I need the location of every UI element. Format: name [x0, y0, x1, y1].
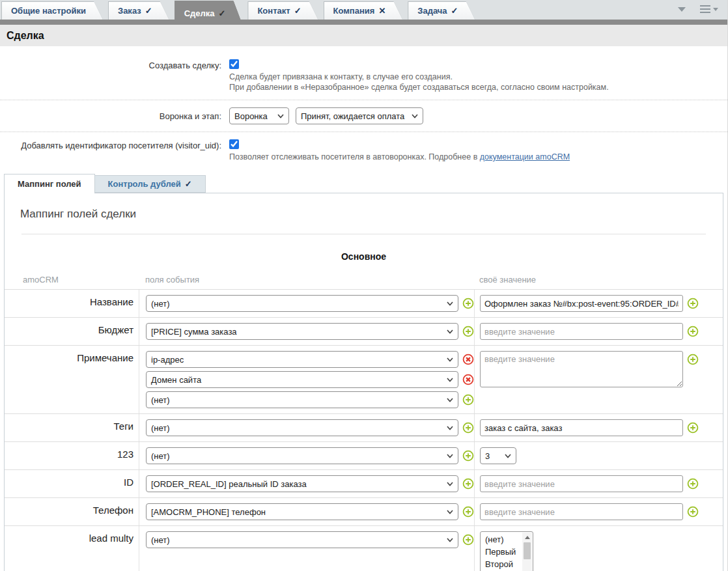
row-label: Телефон [5, 498, 139, 525]
amocrm-docs-link[interactable]: документации amoCRM [480, 152, 570, 161]
visitor-uid-help-text: Позволяет отслеживать посетителя в автов… [229, 152, 480, 161]
tab-order[interactable]: Заказ✓ [108, 1, 169, 20]
add-icon[interactable] [462, 298, 474, 309]
add-icon[interactable] [687, 422, 699, 434]
top-tab-bar: Общие настройки Заказ✓ Сделка✓ Контакт✓ … [0, 0, 727, 20]
chevron-down-icon [713, 8, 718, 11]
table-row-lead-multy: lead multy (нет) (нет) Первый Второй [5, 525, 723, 571]
add-icon[interactable] [462, 326, 474, 337]
note-event-select-3[interactable]: (нет) [146, 391, 458, 408]
menu-bars-icon [700, 5, 710, 13]
remove-icon[interactable] [462, 354, 474, 365]
row-label: Теги [5, 414, 139, 441]
field123-value-select[interactable]: 3 [480, 447, 516, 464]
title-event-select[interactable]: (нет) [146, 295, 458, 312]
tab-label: Заказ [118, 6, 141, 16]
settings-window: Общие настройки Заказ✓ Сделка✓ Контакт✓ … [0, 0, 728, 571]
scroll-up-icon[interactable] [522, 533, 532, 542]
lead-multy-event-select[interactable]: (нет) [146, 531, 458, 548]
field-mapping-panel: Маппинг полей сделки Основное amoCRM пол… [4, 193, 723, 571]
add-icon[interactable] [462, 450, 474, 462]
page-title: Сделка [7, 30, 44, 42]
lead-multy-value-listbox[interactable]: (нет) Первый Второй Третий [480, 531, 533, 571]
tab-contact[interactable]: Контакт✓ [247, 1, 318, 20]
mapping-tab-bar: Маппинг полей Контроль дублей ✓ [4, 174, 727, 193]
visitor-uid-checkbox[interactable] [229, 139, 239, 149]
visitor-uid-row: Добавлять идентификатор посетителя (visi… [0, 139, 727, 162]
check-icon: ✓ [451, 6, 458, 16]
tab-label: Компания [333, 6, 375, 16]
tab-general-settings[interactable]: Общие настройки [1, 1, 103, 20]
tab-label: Сделка [184, 8, 215, 18]
funnel-select[interactable]: Воронка [229, 107, 289, 124]
tab-field-mapping[interactable]: Маппинг полей [4, 174, 95, 193]
add-icon[interactable] [687, 326, 699, 337]
stage-select[interactable]: Принят, ожидается оплата [296, 107, 423, 124]
add-icon[interactable] [462, 394, 474, 406]
chevron-down-icon[interactable] [678, 7, 686, 12]
field123-event-select[interactable]: (нет) [146, 447, 458, 464]
column-header-custom-value: своё значение [474, 275, 723, 285]
list-item[interactable]: Первый [481, 546, 521, 558]
tags-event-select[interactable]: (нет) [146, 419, 458, 436]
table-row-note: Примечание ip-адрес Домен сайта [5, 345, 723, 413]
topbar-icons [678, 5, 718, 13]
budget-value-input[interactable] [480, 323, 683, 340]
add-icon[interactable] [462, 534, 474, 546]
note-value-textarea[interactable] [480, 351, 683, 387]
scrollbar[interactable] [522, 533, 532, 571]
list-item[interactable]: Второй [481, 558, 521, 570]
add-icon[interactable] [462, 422, 474, 434]
hamburger-menu-icon[interactable] [700, 5, 718, 13]
add-icon[interactable] [462, 506, 474, 518]
chevron-down-icon [447, 482, 453, 486]
visitor-uid-help: Позволяет отслеживать посетителя в автов… [229, 152, 570, 162]
add-icon[interactable] [687, 298, 699, 309]
create-deal-checkbox[interactable] [229, 59, 239, 69]
column-header-event-fields: поля события [139, 275, 474, 285]
divider [21, 234, 706, 234]
tab-label: Маппинг полей [18, 179, 81, 189]
select-value: (нет) [151, 423, 170, 433]
add-icon[interactable] [687, 478, 699, 490]
note-event-select-2[interactable]: Домен сайта [146, 371, 458, 388]
add-icon[interactable] [462, 478, 474, 490]
chevron-down-icon [447, 301, 453, 306]
table-row-tags: Теги (нет) [5, 413, 723, 441]
add-icon[interactable] [687, 354, 699, 365]
phone-value-input[interactable] [480, 503, 683, 520]
tab-label: Задача [417, 6, 447, 16]
mapping-table-header: amoCRM поля события своё значение [5, 275, 723, 289]
divider [0, 100, 727, 100]
tab-company[interactable]: Компания✕ [324, 1, 403, 20]
remove-icon[interactable] [462, 374, 474, 385]
id-value-input[interactable] [480, 475, 683, 492]
tab-deal[interactable]: Сделка✓ [175, 1, 243, 25]
id-event-select[interactable]: [ORDER_REAL_ID] реальный ID заказа [146, 475, 458, 492]
select-value: [ORDER_REAL_ID] реальный ID заказа [151, 479, 307, 489]
check-icon: ✓ [185, 179, 192, 189]
mapping-table: amoCRM поля события своё значение Назван… [5, 275, 723, 571]
chevron-down-icon [447, 398, 453, 402]
note-event-select-1[interactable]: ip-адрес [146, 351, 458, 368]
chevron-down-icon [447, 357, 453, 362]
chevron-down-icon [277, 114, 284, 118]
title-value-input[interactable] [480, 295, 683, 312]
group-title: Основное [20, 251, 707, 262]
budget-event-select[interactable]: [PRICE] сумма заказа [146, 323, 458, 340]
tags-value-input[interactable] [480, 419, 683, 436]
table-row-title: Название (нет) [5, 289, 723, 317]
table-row-id: ID [ORDER_REAL_ID] реальный ID заказа [5, 469, 723, 497]
add-icon[interactable] [687, 506, 699, 518]
tab-duplicate-control[interactable]: Контроль дублей ✓ [95, 175, 206, 193]
select-value: [PRICE] сумма заказа [151, 327, 237, 337]
tab-label: Контакт [257, 6, 290, 16]
phone-event-select[interactable]: [AMOCRM_PHONE] телефон [146, 503, 458, 520]
tab-task[interactable]: Задача✓ [408, 1, 475, 20]
chevron-down-icon [447, 329, 453, 334]
cross-icon: ✕ [378, 6, 385, 16]
table-row-budget: Бюджет [PRICE] сумма заказа [5, 317, 723, 345]
list-item[interactable]: (нет) [481, 533, 521, 546]
create-deal-help-1: Сделка будет привязана к контакту, в слу… [229, 72, 609, 82]
scrollbar-thumb[interactable] [524, 542, 531, 559]
